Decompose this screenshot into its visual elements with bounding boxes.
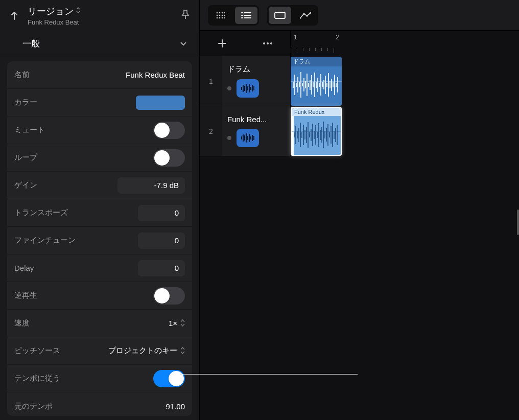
transpose-field[interactable]: 0	[138, 205, 185, 221]
audio-region-selected[interactable]: Funk Redux	[291, 107, 342, 156]
prop-label: トランスポーズ	[14, 208, 68, 218]
audio-region[interactable]: ドラム	[291, 57, 342, 106]
grid-view-button[interactable]	[209, 7, 232, 24]
more-options-button[interactable]	[258, 34, 277, 53]
stepper-icon[interactable]	[180, 347, 185, 355]
prop-label: ミュート	[14, 125, 45, 135]
prop-followtempo: テンポに従う	[7, 365, 192, 392]
prop-label: 名前	[14, 70, 30, 80]
svg-point-0	[217, 12, 218, 13]
automation-mode-button[interactable]	[294, 7, 317, 24]
finetune-field[interactable]: 0	[138, 232, 185, 249]
track-type-icon[interactable]	[237, 129, 259, 147]
region-waveform	[294, 117, 339, 153]
add-track-button[interactable]	[213, 34, 231, 53]
tracks-area: 1 2 1 ドラム	[200, 0, 519, 420]
svg-point-2	[222, 12, 223, 13]
prop-gain: ゲイン -7.9 dB	[7, 172, 192, 199]
prop-loop: ループ	[7, 144, 192, 172]
name-value[interactable]: Funk Redux Beat	[126, 71, 185, 79]
pitchsource-value[interactable]: プロジェクトのキー	[108, 346, 177, 356]
inspector-header: リージョン Funk Redux Beat	[0, 0, 199, 31]
reverse-toggle[interactable]	[153, 287, 185, 305]
origtempo-value: 91.00	[166, 402, 185, 411]
region-waveform	[293, 66, 340, 104]
track-name: ドラム	[227, 64, 284, 74]
svg-point-3	[224, 12, 225, 13]
track-number: 2	[200, 106, 222, 156]
prop-pitchsource: ピッチソース プロジェクトのキー	[7, 337, 192, 365]
track-type-icon[interactable]	[237, 79, 259, 98]
prop-label: ループ	[14, 153, 37, 162]
svg-point-24	[267, 42, 269, 44]
ruler-marker: 2	[336, 34, 339, 41]
track-header[interactable]: 2 Funk Red...	[200, 106, 291, 156]
properties-list: 名前 Funk Redux Beat カラー ミュート ループ ゲイン -7.9…	[7, 61, 192, 416]
loop-toggle[interactable]	[153, 149, 185, 167]
track-number: 1	[200, 56, 222, 106]
timeline-ruler[interactable]: 1 2	[291, 31, 519, 56]
gain-field[interactable]: -7.9 dB	[117, 177, 185, 194]
inspector-title[interactable]: リージョン	[28, 5, 74, 17]
svg-point-4	[217, 14, 218, 16]
svg-point-11	[224, 17, 225, 18]
prop-label: カラー	[14, 98, 37, 107]
prop-color: カラー	[7, 89, 192, 116]
tracks-subheader: 1 2	[200, 31, 519, 56]
prop-origtempo: 元のテンポ 91.00	[7, 392, 192, 416]
prop-label: ファインチューン	[14, 236, 76, 245]
tracks-toolbar	[200, 0, 519, 31]
region-inspector: リージョン Funk Redux Beat 一般 名前 Funk Redux B…	[0, 0, 200, 420]
waveform-icon	[241, 84, 254, 93]
timeline[interactable]: ドラム Funk Redux	[291, 56, 519, 156]
prop-name: 名前 Funk Redux Beat	[7, 61, 192, 89]
list-view-button[interactable]	[235, 7, 257, 24]
prop-label: テンポに従う	[14, 374, 60, 383]
ruler-ticks	[291, 48, 519, 53]
ruler-marker: 1	[294, 34, 297, 41]
svg-point-6	[222, 14, 223, 16]
svg-point-1	[219, 12, 221, 13]
sort-icon[interactable]	[76, 7, 81, 15]
track-headers: 1 ドラム 2 Funk Red...	[200, 56, 291, 156]
delay-field[interactable]: 0	[138, 260, 185, 276]
track-enable-dot[interactable]	[227, 136, 231, 140]
svg-point-9	[219, 17, 221, 18]
region-label: Funk Redux	[292, 108, 341, 116]
svg-rect-18	[275, 12, 285, 18]
view-mode-group	[208, 5, 259, 26]
stepper-icon[interactable]	[180, 319, 185, 328]
speed-value[interactable]: 1×	[169, 319, 177, 328]
back-arrow-icon[interactable]	[9, 10, 19, 21]
prop-label: Delay	[14, 264, 34, 272]
section-title: 一般	[22, 38, 40, 50]
prop-finetune: ファインチューン 0	[7, 227, 192, 254]
prop-mute: ミュート	[7, 116, 192, 144]
chevron-down-icon	[180, 40, 187, 48]
mute-toggle[interactable]	[153, 122, 185, 139]
tracks-body: 1 ドラム 2 Funk Red...	[200, 56, 519, 156]
prop-label: 元のテンポ	[14, 402, 53, 411]
track-enable-dot[interactable]	[227, 86, 231, 90]
svg-point-8	[217, 17, 218, 18]
svg-point-20	[303, 13, 305, 15]
svg-point-10	[222, 17, 223, 18]
inspector-subtitle: Funk Redux Beat	[28, 18, 181, 26]
waveform-icon	[241, 133, 254, 143]
prop-label: ゲイン	[14, 180, 37, 190]
edit-mode-group	[267, 5, 318, 26]
pin-icon[interactable]	[181, 9, 190, 22]
followtempo-toggle[interactable]	[153, 370, 185, 387]
region-mode-button[interactable]	[269, 7, 291, 24]
prop-delay: Delay 0	[7, 254, 192, 282]
prop-label: ピッチソース	[14, 346, 60, 356]
prop-transpose: トランスポーズ 0	[7, 199, 192, 227]
svg-point-25	[270, 42, 272, 44]
track-header[interactable]: 1 ドラム	[200, 56, 291, 106]
prop-label: 逆再生	[14, 291, 37, 300]
section-general-header[interactable]: 一般	[0, 31, 199, 57]
svg-point-5	[219, 14, 221, 16]
prop-label: 速度	[14, 318, 30, 328]
vertical-scrollbar[interactable]	[517, 209, 519, 235]
color-swatch[interactable]	[136, 96, 185, 110]
